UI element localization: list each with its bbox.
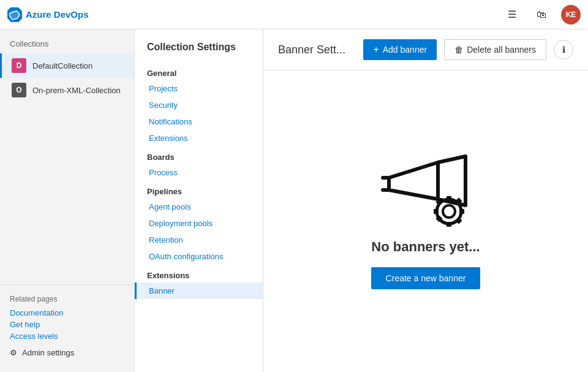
- collection-item-default[interactable]: D DefaultCollection: [0, 53, 134, 78]
- delete-all-banners-button[interactable]: 🗑 Delete all banners: [444, 39, 546, 60]
- create-new-banner-button[interactable]: Create a new banner: [371, 267, 481, 289]
- app-name: Azure DevOps: [26, 9, 89, 20]
- group-extensions: Extensions: [135, 265, 263, 283]
- get-help-link[interactable]: Get help: [10, 320, 124, 329]
- access-levels-link[interactable]: Access levels: [10, 332, 124, 341]
- nav-projects[interactable]: Projects: [135, 80, 263, 97]
- nav-notifications[interactable]: Notifications: [135, 113, 263, 130]
- empty-state-illustration: [377, 153, 475, 227]
- content-area: Banner Sett... + Add banner 🗑 Delete all…: [263, 29, 588, 372]
- svg-rect-5: [447, 196, 451, 201]
- svg-rect-8: [459, 209, 464, 214]
- collections-title: Collections: [0, 29, 134, 53]
- admin-settings-link[interactable]: ⚙ Admin settings: [10, 343, 124, 362]
- nav-deployment-pools[interactable]: Deployment pools: [135, 215, 263, 232]
- settings-title: Collection Settings: [135, 34, 263, 63]
- plus-icon: +: [373, 44, 379, 55]
- collection-avatar-d: D: [12, 58, 26, 73]
- top-nav-actions: ☰ 🛍 KE: [502, 5, 581, 25]
- main-layout: Collections D DefaultCollection O On-pre…: [0, 29, 588, 372]
- empty-state: No banners yet... Create a new banner: [263, 70, 588, 372]
- sidebar-bottom: Related pages Documentation Get help Acc…: [0, 284, 134, 372]
- collection-item-onprem[interactable]: O On-prem-XML-Collection: [0, 78, 134, 102]
- svg-rect-7: [434, 209, 439, 214]
- collection-avatar-o: O: [12, 83, 26, 97]
- info-button[interactable]: ℹ: [554, 40, 573, 59]
- content-header: Banner Sett... + Add banner 🗑 Delete all…: [263, 29, 588, 70]
- settings-icon: ☰: [508, 9, 516, 20]
- nav-oauth[interactable]: OAuth configurations: [135, 248, 263, 265]
- empty-state-text: No banners yet...: [371, 239, 480, 255]
- logo-icon: [7, 7, 22, 22]
- gear-icon: ⚙: [10, 348, 17, 357]
- trash-icon: 🗑: [454, 45, 463, 55]
- top-nav: Azure DevOps ☰ 🛍 KE: [0, 0, 588, 29]
- collection-name-onprem: On-prem-XML-Collection: [32, 86, 121, 95]
- svg-marker-0: [389, 162, 438, 199]
- collections-sidebar: Collections D DefaultCollection O On-pre…: [0, 29, 135, 372]
- collection-name-default: DefaultCollection: [32, 61, 92, 70]
- svg-point-4: [443, 205, 455, 218]
- nav-agent-pools[interactable]: Agent pools: [135, 199, 263, 215]
- settings-sidebar: Collection Settings General Projects Sec…: [135, 29, 263, 372]
- shopping-bag-icon: 🛍: [537, 9, 546, 20]
- add-banner-label: Add banner: [383, 45, 427, 55]
- nav-banner[interactable]: Banner: [135, 283, 263, 299]
- app-logo: Azure DevOps: [7, 7, 89, 22]
- nav-security[interactable]: Security: [135, 97, 263, 113]
- page-title: Banner Sett...: [278, 44, 356, 56]
- shopping-bag-btn[interactable]: 🛍: [532, 5, 551, 25]
- user-avatar[interactable]: KE: [561, 5, 581, 25]
- settings-icon-btn[interactable]: ☰: [502, 5, 522, 25]
- nav-extensions-general[interactable]: Extensions: [135, 130, 263, 146]
- add-banner-button[interactable]: + Add banner: [363, 39, 437, 60]
- svg-rect-6: [447, 222, 451, 227]
- documentation-link[interactable]: Documentation: [10, 308, 124, 317]
- nav-process[interactable]: Process: [135, 164, 263, 181]
- group-general: General: [135, 63, 263, 80]
- group-boards: Boards: [135, 146, 263, 164]
- delete-banners-label: Delete all banners: [467, 45, 536, 55]
- nav-retention[interactable]: Retention: [135, 232, 263, 248]
- group-pipelines: Pipelines: [135, 181, 263, 199]
- info-icon: ℹ: [562, 45, 565, 55]
- related-pages-label: Related pages: [10, 295, 124, 303]
- admin-settings-label: Admin settings: [22, 348, 74, 357]
